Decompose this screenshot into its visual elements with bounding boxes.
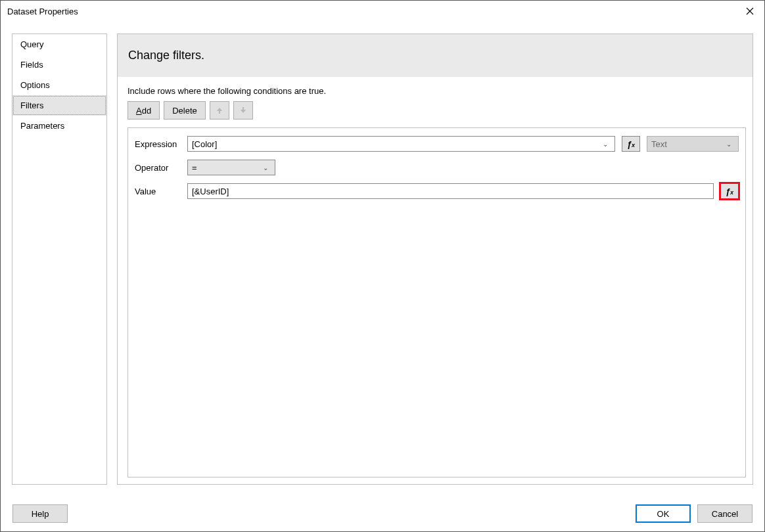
expression-label: Expression bbox=[135, 139, 181, 149]
datatype-value: Text bbox=[651, 139, 667, 149]
sidebar-item-filters[interactable]: Filters bbox=[12, 95, 106, 116]
value-label: Value bbox=[135, 187, 181, 196]
arrow-down-icon bbox=[239, 106, 247, 114]
main-panel: Change filters. Include rows where the f… bbox=[117, 33, 753, 485]
filters-heading: Change filters. bbox=[118, 34, 753, 77]
delete-button[interactable]: Delete bbox=[164, 101, 206, 120]
footer-right: OK Cancel bbox=[636, 504, 753, 523]
sidebar-item-fields[interactable]: Fields bbox=[12, 55, 106, 75]
cancel-button[interactable]: Cancel bbox=[697, 504, 753, 523]
ok-button[interactable]: OK bbox=[636, 504, 691, 523]
expression-dropdown[interactable]: [Color] ⌄ bbox=[187, 136, 615, 152]
expression-row: Expression [Color] ⌄ ƒx Text ⌄ bbox=[135, 136, 739, 152]
fx-icon: ƒx bbox=[627, 139, 635, 149]
sidebar-item-query[interactable]: Query bbox=[12, 34, 106, 55]
chevron-down-icon: ⌄ bbox=[600, 141, 611, 148]
filters-hint: Include rows where the following conditi… bbox=[128, 86, 746, 96]
sidebar-nav: Query Fields Options Filters Parameters bbox=[12, 33, 107, 485]
close-icon bbox=[746, 7, 754, 15]
chevron-down-icon: ⌄ bbox=[260, 164, 271, 171]
datatype-dropdown[interactable]: Text ⌄ bbox=[647, 136, 739, 152]
expression-value: [Color] bbox=[192, 139, 217, 149]
filter-definition-panel: Expression [Color] ⌄ ƒx Text ⌄ Operator bbox=[128, 127, 746, 477]
close-button[interactable] bbox=[735, 1, 764, 22]
dataset-properties-dialog: Dataset Properties Query Fields Options … bbox=[0, 0, 765, 532]
filters-toolbar: Add Delete bbox=[128, 101, 746, 120]
dialog-footer: Help OK Cancel bbox=[1, 496, 764, 531]
move-up-button[interactable] bbox=[210, 101, 229, 120]
value-input[interactable] bbox=[187, 183, 714, 199]
operator-label: Operator bbox=[135, 163, 181, 173]
dialog-body: Query Fields Options Filters Parameters … bbox=[1, 22, 764, 496]
arrow-up-icon bbox=[216, 106, 223, 114]
sidebar-item-options[interactable]: Options bbox=[12, 75, 106, 95]
operator-row: Operator = ⌄ bbox=[135, 160, 739, 175]
window-title: Dataset Properties bbox=[7, 7, 78, 16]
fx-icon: ƒx bbox=[726, 187, 733, 196]
title-bar: Dataset Properties bbox=[1, 1, 764, 22]
operator-dropdown[interactable]: = ⌄ bbox=[187, 160, 275, 175]
value-row: Value ƒx bbox=[135, 183, 739, 199]
add-button[interactable]: Add bbox=[128, 101, 160, 120]
value-fx-button[interactable]: ƒx bbox=[720, 183, 739, 199]
sidebar-item-parameters[interactable]: Parameters bbox=[12, 116, 106, 136]
expression-fx-button[interactable]: ƒx bbox=[622, 136, 640, 152]
chevron-down-icon: ⌄ bbox=[724, 141, 734, 148]
operator-value: = bbox=[192, 163, 197, 173]
filters-content: Include rows where the following conditi… bbox=[118, 77, 753, 484]
help-button[interactable]: Help bbox=[12, 504, 68, 523]
move-down-button[interactable] bbox=[233, 101, 253, 120]
